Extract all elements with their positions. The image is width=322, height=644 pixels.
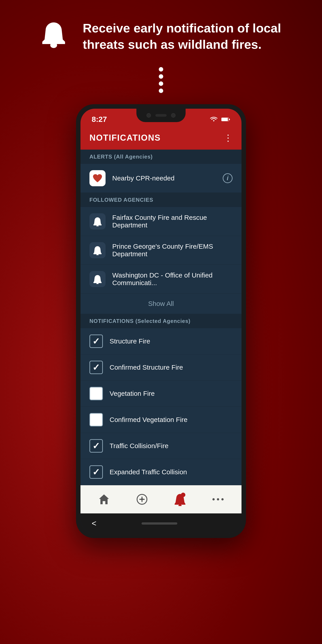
dotted-connector	[159, 67, 163, 93]
svg-point-11	[182, 494, 184, 496]
expanded-traffic-collision-label: Expanded Traffic Collision	[110, 468, 187, 476]
dot-3	[159, 82, 163, 86]
app-header: NOTIFICATIONS ⋮	[80, 127, 242, 150]
checkbox-confirmed-vegetation-fire[interactable]	[90, 413, 103, 426]
notification-expanded-traffic-collision[interactable]: ✓ Expanded Traffic Collision	[80, 459, 242, 485]
vegetation-fire-label: Vegetation Fire	[110, 390, 155, 397]
dot-1	[159, 67, 163, 72]
nav-home[interactable]	[96, 492, 112, 507]
bell-icon-box-1	[90, 213, 106, 230]
phone-nav-bar: <	[80, 514, 242, 534]
phone-mockup: 8:27	[76, 104, 246, 538]
home-icon	[96, 492, 112, 507]
notification-vegetation-fire[interactable]: Vegetation Fire	[80, 380, 242, 407]
heart-icon	[92, 174, 102, 183]
checkmark-1: ✓	[92, 337, 100, 346]
more-nav-icon	[210, 492, 226, 507]
promo-bell-icon	[36, 18, 72, 54]
more-options-icon[interactable]: ⋮	[224, 132, 232, 143]
nav-more[interactable]	[210, 492, 226, 507]
confirmed-vegetation-fire-label: Confirmed Vegetation Fire	[110, 416, 188, 424]
svg-point-0	[50, 42, 57, 48]
status-time: 8:27	[92, 115, 107, 124]
agency-item-fairfax[interactable]: Fairfax County Fire and Rescue Departmen…	[80, 207, 242, 236]
bottom-nav	[80, 485, 242, 514]
checkbox-structure-fire[interactable]: ✓	[90, 334, 103, 348]
bell-icon-3	[93, 274, 102, 284]
agency-1-text: Fairfax County Fire and Rescue Departmen…	[112, 214, 232, 229]
notification-confirmed-vegetation-fire[interactable]: Confirmed Vegetation Fire	[80, 407, 242, 433]
promo-section: Receive early notification of local thre…	[0, 0, 322, 62]
alert-cpr-item[interactable]: Nearby CPR-needed i	[80, 164, 242, 193]
checkbox-vegetation-fire[interactable]	[90, 387, 103, 400]
battery-icon	[222, 117, 230, 122]
svg-point-9	[178, 504, 182, 506]
svg-rect-4	[229, 119, 230, 120]
show-all-button[interactable]: Show All	[80, 294, 242, 314]
traffic-collision-fire-label: Traffic Collision/Fire	[110, 442, 168, 450]
confirmed-structure-fire-label: Confirmed Structure Fire	[110, 364, 183, 371]
notifications-section-header: NOTIFICATIONS (Selected Agencies)	[80, 314, 242, 328]
notification-traffic-collision-fire[interactable]: ✓ Traffic Collision/Fire	[80, 433, 242, 459]
fire-department-icon	[134, 492, 150, 507]
notification-confirmed-structure-fire[interactable]: ✓ Confirmed Structure Fire	[80, 354, 242, 380]
bell-icon-box-2	[90, 242, 106, 258]
status-bar: 8:27	[80, 109, 242, 127]
svg-rect-3	[222, 118, 228, 121]
svg-point-14	[222, 498, 224, 500]
alerts-section-header: ALERTS (All Agencies)	[80, 150, 242, 164]
checkbox-expanded-traffic-collision[interactable]: ✓	[90, 465, 103, 479]
app-title: NOTIFICATIONS	[90, 133, 161, 143]
checkmark-4: ✓	[92, 468, 100, 476]
notch	[136, 109, 186, 122]
bell-icon-1	[93, 216, 102, 226]
nav-agencies[interactable]	[134, 492, 150, 507]
dot-2	[159, 74, 163, 79]
agency-item-washington-dc[interactable]: Washington DC - Office of Unified Commun…	[80, 265, 242, 294]
home-bar[interactable]	[142, 522, 177, 524]
notifications-nav-icon	[172, 492, 188, 507]
dot-4	[159, 88, 163, 93]
cpr-item-text: Nearby CPR-needed	[112, 174, 216, 182]
checkbox-confirmed-structure-fire[interactable]: ✓	[90, 361, 103, 374]
notch-sensor	[156, 114, 166, 117]
agency-2-text: Prince George's County Fire/EMS Departme…	[112, 242, 232, 258]
followed-agencies-header: FOLLOWED AGENCIES	[80, 193, 242, 207]
promo-text: Receive early notification of local thre…	[83, 18, 286, 53]
status-icons	[210, 116, 230, 122]
wifi-icon	[210, 116, 218, 122]
checkbox-traffic-collision-fire[interactable]: ✓	[90, 439, 103, 452]
checkmark-3: ✓	[92, 442, 100, 450]
back-arrow[interactable]: <	[92, 519, 96, 528]
bell-icon-2	[93, 245, 102, 255]
notification-structure-fire[interactable]: ✓ Structure Fire	[80, 328, 242, 354]
agency-3-text: Washington DC - Office of Unified Commun…	[112, 272, 232, 287]
structure-fire-label: Structure Fire	[110, 338, 150, 345]
checkmark-2: ✓	[92, 363, 100, 372]
show-all-text: Show All	[148, 300, 174, 307]
info-icon[interactable]: i	[223, 173, 232, 183]
svg-point-13	[217, 498, 219, 500]
front-camera	[146, 113, 151, 118]
front-sensor-dot	[171, 113, 176, 118]
heart-icon-box	[90, 170, 106, 186]
bell-icon-box-3	[90, 271, 106, 287]
nav-notifications[interactable]	[172, 492, 188, 507]
agency-item-prince-george[interactable]: Prince George's County Fire/EMS Departme…	[80, 236, 242, 265]
phone-screen: 8:27	[80, 109, 242, 534]
svg-point-12	[212, 498, 215, 500]
